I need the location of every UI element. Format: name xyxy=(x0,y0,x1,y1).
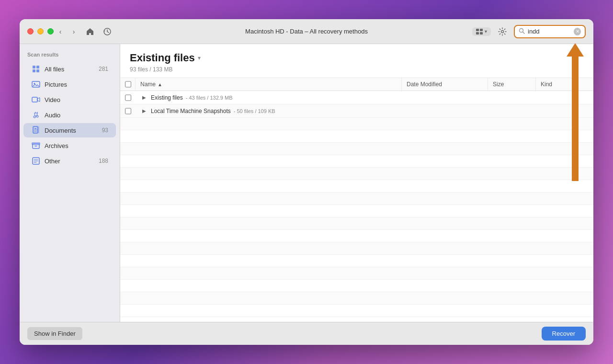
main-content: Scan results All files 281 xyxy=(20,44,593,322)
bottom-bar: Show in Finder Recover xyxy=(20,322,593,345)
search-clear-button[interactable]: ✕ xyxy=(574,28,581,35)
expand-button[interactable]: ▶ xyxy=(140,94,148,102)
th-date-modified[interactable]: Date Modified xyxy=(402,78,488,91)
home-button[interactable] xyxy=(82,24,98,39)
sidebar-item-pictures[interactable]: Pictures xyxy=(23,77,116,91)
settings-button[interactable] xyxy=(495,24,510,39)
stripe-row xyxy=(120,230,593,242)
svg-rect-8 xyxy=(36,66,39,68)
sidebar-item-video[interactable]: Video xyxy=(23,92,116,107)
sort-arrow-icon: ▲ xyxy=(158,82,162,87)
sidebar: Scan results All files 281 xyxy=(20,44,120,322)
table-row: ▶ Existing files - 43 files / 132.9 MB xyxy=(120,91,593,104)
row-size-cell xyxy=(488,95,536,100)
window-title: Macintosh HD - Data – All recovery metho… xyxy=(245,28,368,35)
recover-button[interactable]: Recover xyxy=(542,327,586,341)
row-date-cell xyxy=(402,109,488,114)
row-name-cell: ▶ Existing files - 43 files / 132.9 MB xyxy=(136,91,402,104)
sidebar-item-archives[interactable]: Archives xyxy=(23,138,116,153)
stripe-row xyxy=(120,168,593,180)
search-box[interactable]: ✕ xyxy=(514,25,586,38)
dropdown-arrow-icon[interactable]: ▾ xyxy=(198,55,201,61)
row-date-cell xyxy=(402,95,488,100)
row-checkbox-cell xyxy=(120,92,136,103)
table-header: Name ▲ Date Modified Size Kind xyxy=(120,78,593,91)
content-panel: Existing files ▾ 93 files / 133 MB Name … xyxy=(120,44,593,322)
stripe-row xyxy=(120,180,593,193)
sidebar-count-documents: 93 xyxy=(102,127,108,134)
content-title: Existing files xyxy=(130,52,195,64)
row-checkbox[interactable] xyxy=(125,94,131,101)
stripe-row xyxy=(120,217,593,230)
svg-rect-2 xyxy=(480,29,483,31)
maximize-button[interactable] xyxy=(47,28,54,34)
stripe-row xyxy=(120,118,593,130)
back-button[interactable]: ‹ xyxy=(54,25,67,38)
stripe-row xyxy=(120,130,593,143)
content-header: Existing files ▾ 93 files / 133 MB xyxy=(120,44,593,78)
content-title-row: Existing files ▾ xyxy=(130,52,584,64)
svg-point-5 xyxy=(501,30,504,33)
sidebar-item-other[interactable]: Other 188 xyxy=(23,154,116,168)
row-size-cell xyxy=(488,109,536,114)
show-in-finder-button[interactable]: Show in Finder xyxy=(27,327,82,340)
stripe-row xyxy=(120,242,593,255)
view-toggle-button[interactable]: ▾ xyxy=(472,27,491,36)
titlebar: ‹ › Macintosh HD - Data – All recovery m… xyxy=(20,19,593,44)
row-checkbox-cell xyxy=(120,105,136,117)
forward-button[interactable]: › xyxy=(67,25,80,38)
th-name[interactable]: Name ▲ xyxy=(136,78,402,91)
svg-rect-18 xyxy=(34,130,38,130)
traffic-lights xyxy=(27,28,54,34)
search-icon xyxy=(519,28,525,35)
stripe-row xyxy=(120,193,593,205)
th-kind[interactable]: Kind xyxy=(536,78,593,91)
sidebar-label-audio: Audio xyxy=(45,112,104,119)
header-checkbox[interactable] xyxy=(125,81,131,88)
stripe-row xyxy=(120,280,593,292)
stripe-row xyxy=(120,255,593,267)
row-name: Local Time Machine Snapshots xyxy=(151,108,231,114)
sidebar-item-audio[interactable]: Audio xyxy=(23,108,116,122)
svg-rect-10 xyxy=(36,69,39,72)
svg-rect-7 xyxy=(33,66,35,68)
svg-rect-3 xyxy=(476,32,479,34)
sidebar-label-video: Video xyxy=(45,96,104,103)
other-icon xyxy=(31,156,41,166)
sidebar-item-all-files[interactable]: All files 281 xyxy=(23,62,116,76)
svg-rect-17 xyxy=(34,128,36,129)
documents-icon xyxy=(31,125,41,135)
svg-rect-4 xyxy=(480,32,483,34)
expand-button[interactable]: ▶ xyxy=(140,107,148,115)
minimize-button[interactable] xyxy=(37,28,44,34)
sidebar-label-archives: Archives xyxy=(45,142,104,149)
svg-rect-1 xyxy=(476,29,479,31)
th-size[interactable]: Size xyxy=(488,78,536,91)
chevron-down-icon: ▾ xyxy=(485,29,487,34)
th-checkbox xyxy=(120,78,136,91)
video-icon xyxy=(31,95,41,104)
svg-rect-9 xyxy=(33,69,35,72)
close-button[interactable] xyxy=(27,28,34,34)
all-files-icon xyxy=(31,64,41,74)
sidebar-item-documents[interactable]: Documents 93 xyxy=(23,123,116,137)
row-detail: - 50 files / 109 KB xyxy=(234,108,275,114)
stripe-row xyxy=(120,292,593,305)
search-input[interactable] xyxy=(528,28,571,35)
main-window: ‹ › Macintosh HD - Data – All recovery m… xyxy=(20,19,593,345)
file-table: Name ▲ Date Modified Size Kind xyxy=(120,78,593,322)
sidebar-label-all-files: All files xyxy=(45,66,95,73)
stripe-row xyxy=(120,143,593,155)
sidebar-label-documents: Documents xyxy=(45,127,98,134)
stripe-row xyxy=(120,155,593,168)
row-kind-cell xyxy=(536,95,593,100)
titlebar-right: ▾ ✕ xyxy=(472,24,586,39)
pictures-icon xyxy=(31,80,41,89)
svg-point-15 xyxy=(36,115,38,117)
row-checkbox[interactable] xyxy=(125,108,131,114)
history-button[interactable] xyxy=(100,24,115,39)
svg-rect-20 xyxy=(38,126,39,133)
sidebar-count-all-files: 281 xyxy=(99,66,108,72)
table-row: ▶ Local Time Machine Snapshots - 50 file… xyxy=(120,104,593,118)
content-subtitle: 93 files / 133 MB xyxy=(130,66,584,73)
